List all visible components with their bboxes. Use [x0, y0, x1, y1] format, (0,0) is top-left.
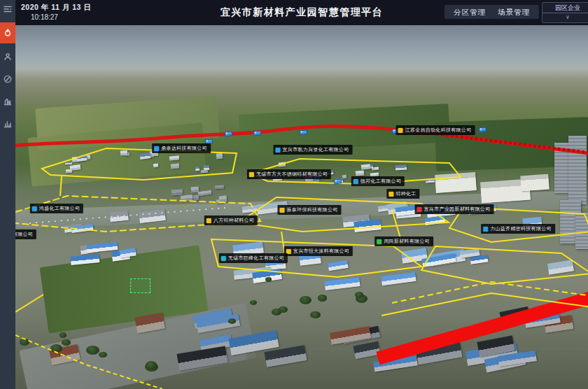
company-logo-icon — [221, 256, 226, 261]
building-block — [201, 170, 209, 174]
building-block — [120, 150, 127, 156]
company-name-label: 鼎泰达科技有限公司 — [161, 145, 207, 152]
chevron-down-icon: ∨ — [542, 13, 588, 22]
tree — [250, 300, 257, 305]
building-block — [324, 277, 360, 290]
company-logo-icon — [417, 207, 422, 212]
tree — [265, 277, 272, 282]
company-name-label: 兴市凯旺新材料有限公司 — [15, 231, 33, 238]
building-block — [342, 175, 347, 179]
building-block — [361, 164, 370, 170]
company-name-label: 德邦化工有限公司 — [360, 178, 401, 185]
app-window: 2020 年 11 月 13 日 10:18:27 宜兴市新材料产业园智慧管理平… — [0, 0, 588, 389]
building-block — [140, 153, 151, 159]
company-logo-icon — [388, 192, 393, 197]
company-name-label: 宜兴市产业园新材料有限公司 — [424, 206, 491, 213]
map-3d-canvas[interactable]: 鼎泰达科技有限公司宜兴市凯力兴登化工有限公司江苏金昌自动化科技有限公司无锡市方大… — [15, 25, 588, 389]
company-name-label: 周田新材料有限公司 — [384, 238, 430, 245]
company-marker[interactable]: 无锡市巨峰化工有限公司 — [219, 253, 288, 263]
highrise-tower — [554, 143, 570, 193]
factory-icon[interactable] — [0, 92, 15, 111]
office-complex — [520, 174, 549, 192]
dropdown-label: 园区企业 — [542, 3, 588, 13]
building-block — [65, 161, 72, 164]
tree — [279, 306, 288, 313]
company-marker[interactable]: 德邦化工有限公司 — [351, 176, 405, 186]
building-block — [354, 219, 382, 232]
building-block — [198, 190, 211, 195]
building-block — [180, 194, 192, 201]
company-logo-icon — [377, 239, 382, 244]
building-block — [216, 153, 223, 159]
company-name-label: 无锡市方大不锈钢特材有限公司 — [256, 171, 328, 178]
company-logo-icon — [398, 128, 403, 133]
company-marker[interactable]: 江苏金昌自动化科技有限公司 — [396, 125, 475, 135]
building-block — [328, 260, 348, 271]
truck-3d-model — [225, 131, 233, 136]
office-complex — [435, 172, 477, 193]
tree — [20, 339, 29, 346]
building-block — [356, 171, 365, 176]
menu-icon[interactable] — [0, 0, 15, 18]
park-enterprise-dropdown[interactable]: 园区企业 ∨ — [542, 2, 588, 23]
company-marker[interactable]: 兴市凯旺新材料有限公司 — [15, 229, 36, 239]
building-block — [195, 166, 200, 171]
company-name-label: 江苏金昌自动化科技有限公司 — [405, 127, 472, 134]
company-marker[interactable]: 周田新材料有限公司 — [374, 236, 433, 246]
building-block — [170, 163, 179, 169]
company-logo-icon — [32, 206, 37, 211]
building-block — [547, 260, 575, 275]
building-block — [66, 169, 73, 174]
building-block — [381, 272, 416, 285]
company-name-label: 八方特种材料公司 — [214, 217, 254, 224]
building-block — [279, 162, 286, 167]
company-logo-icon — [483, 227, 488, 232]
company-marker[interactable]: 鸿盛化工有限公司 — [30, 204, 83, 213]
building-block — [169, 155, 179, 160]
company-marker[interactable]: 鼎泰达科技有限公司 — [152, 143, 211, 153]
company-marker[interactable]: 宜兴市产业园新材料有限公司 — [415, 204, 494, 214]
highrise-tower — [575, 213, 588, 249]
zone-management-button[interactable]: 分区管理 — [444, 5, 495, 19]
building-block — [204, 165, 210, 170]
bar-chart-icon[interactable] — [0, 115, 15, 133]
compass-icon[interactable] — [0, 70, 15, 88]
building-block — [218, 195, 227, 202]
company-logo-icon — [276, 148, 281, 153]
company-marker[interactable]: 振泰环保科技有限公司 — [278, 205, 342, 215]
company-logo-icon — [154, 146, 159, 151]
company-name-label: 无锡市巨峰化工有限公司 — [228, 255, 284, 262]
company-marker[interactable]: 特种化工 — [386, 189, 419, 199]
company-logo-icon — [354, 179, 358, 184]
building-block — [110, 211, 129, 222]
tree — [146, 361, 157, 369]
company-name-label: 宜兴市恒大涂料有限公司 — [293, 248, 349, 255]
company-logo-icon — [249, 172, 254, 177]
tree — [59, 332, 66, 337]
tree — [318, 295, 327, 301]
scene-management-button[interactable]: 场景管理 — [489, 5, 539, 19]
company-marker[interactable]: 宜兴市恒大涂料有限公司 — [284, 246, 353, 256]
tree — [355, 292, 363, 297]
tree — [300, 296, 312, 304]
building-block — [172, 189, 183, 195]
building-block — [396, 165, 407, 171]
company-marker[interactable]: 八方特种材料公司 — [204, 215, 258, 225]
building-block — [215, 185, 225, 189]
building-block — [426, 178, 435, 183]
left-toolbar — [0, 0, 15, 389]
flame-icon[interactable] — [0, 22, 15, 43]
selection-rectangle — [130, 278, 150, 293]
company-marker[interactable]: 力山益齐精密科技有限公司 — [481, 224, 555, 234]
person-icon[interactable] — [0, 48, 15, 66]
company-marker[interactable]: 无锡市方大不锈钢特材有限公司 — [247, 169, 331, 179]
truck-3d-model — [334, 178, 342, 184]
company-name-label: 鸿盛化工有限公司 — [39, 205, 80, 212]
company-name-label: 宜兴市凯力兴登化工有限公司 — [283, 146, 349, 153]
company-logo-icon — [206, 218, 211, 223]
company-name-label: 特种化工 — [396, 190, 416, 197]
tree — [310, 311, 320, 318]
company-name-label: 力山益齐精密科技有限公司 — [490, 225, 552, 232]
company-marker[interactable]: 宜兴市凯力兴登化工有限公司 — [274, 145, 353, 155]
highrise-tower — [568, 136, 587, 204]
